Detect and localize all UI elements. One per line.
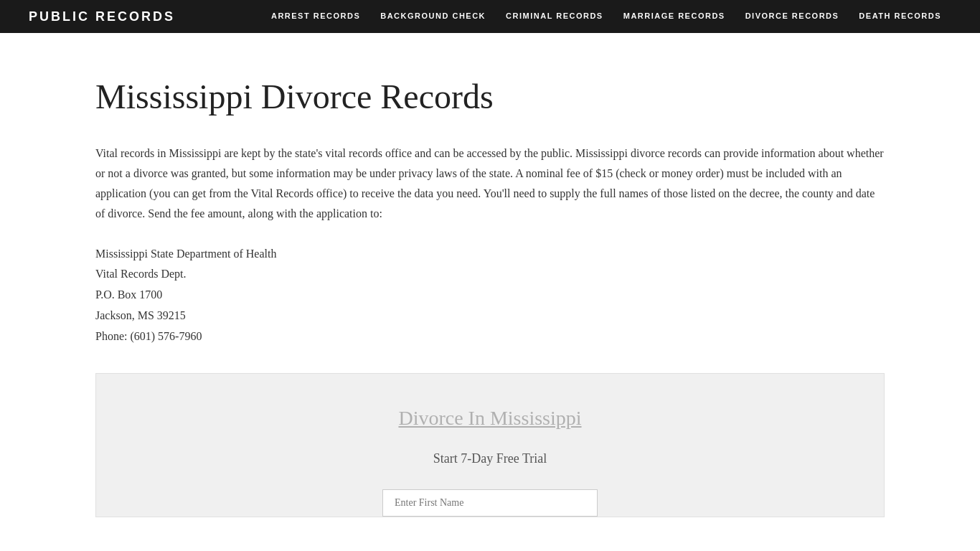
nav-item-divorce-records[interactable]: DIVORCE RECORDS	[735, 0, 849, 33]
nav-item-death-records[interactable]: DEATH RECORDS	[849, 0, 951, 33]
first-name-input[interactable]	[382, 489, 598, 517]
page-title: Mississippi Divorce Records	[95, 76, 885, 118]
address-line-3: P.O. Box 1700	[95, 285, 885, 306]
main-content: Mississippi Divorce Records Vital record…	[67, 33, 913, 546]
cta-subtitle: Start 7-Day Free Trial	[125, 448, 855, 469]
site-header: PUBLIC RECORDS ARREST RECORDSBACKGROUND …	[0, 0, 980, 33]
address-line-1: Mississippi State Department of Health	[95, 244, 885, 265]
site-logo[interactable]: PUBLIC RECORDS	[29, 6, 175, 27]
nav-item-criminal-records[interactable]: CRIMINAL RECORDS	[496, 0, 613, 33]
main-nav: ARREST RECORDSBACKGROUND CHECKCRIMINAL R…	[261, 0, 951, 33]
nav-item-marriage-records[interactable]: MARRIAGE RECORDS	[613, 0, 735, 33]
address-line-2: Vital Records Dept.	[95, 264, 885, 285]
nav-item-arrest-records[interactable]: ARREST RECORDS	[261, 0, 370, 33]
cta-title[interactable]: Divorce In Mississippi	[125, 402, 855, 435]
cta-box: Divorce In Mississippi Start 7-Day Free …	[95, 373, 885, 518]
address-line-4: Jackson, MS 39215	[95, 306, 885, 326]
address-phone: Phone: (601) 576-7960	[95, 326, 885, 347]
body-paragraph: Vital records in Mississippi are kept by…	[95, 143, 885, 224]
address-block: Mississippi State Department of Health V…	[95, 244, 885, 347]
nav-item-background-check[interactable]: BACKGROUND CHECK	[370, 0, 496, 33]
